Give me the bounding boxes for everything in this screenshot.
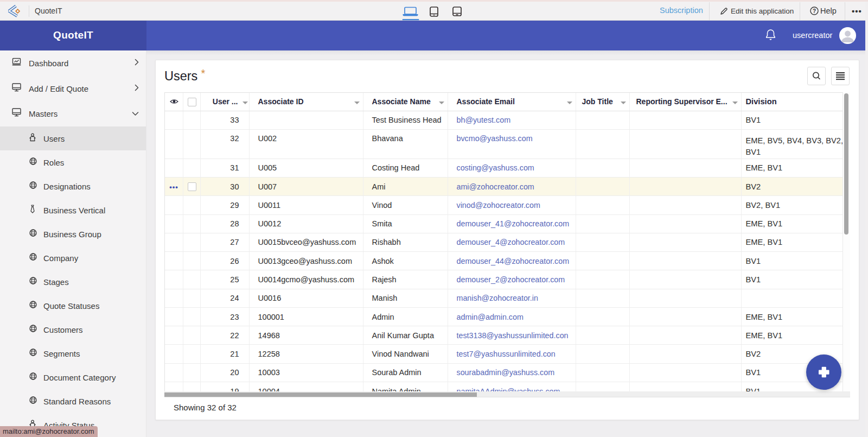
svg-text:?: ? (813, 8, 816, 14)
